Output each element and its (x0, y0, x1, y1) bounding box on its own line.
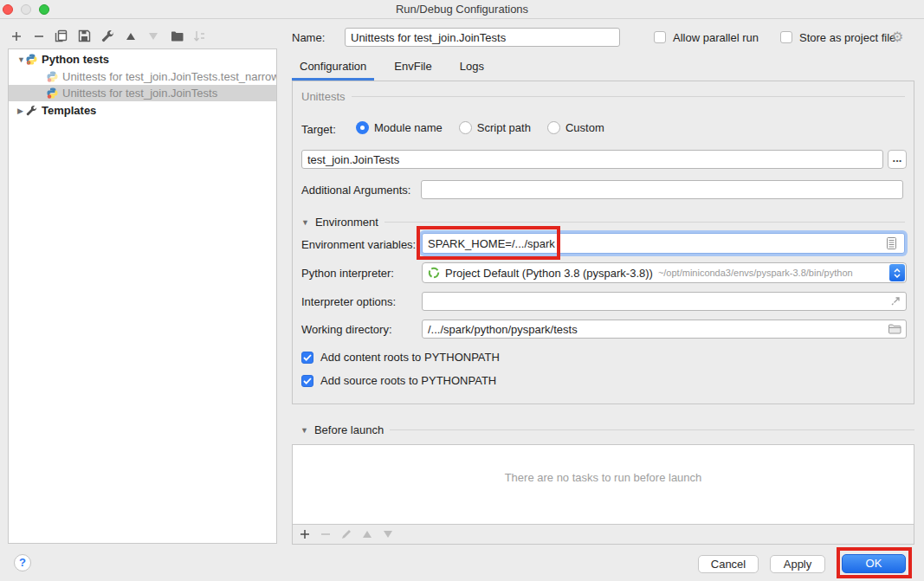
python-test-icon (47, 71, 58, 82)
python-interpreter-select[interactable]: Project Default (Python 3.8 (pyspark-3.8… (422, 262, 907, 283)
tree-item-label: Python tests (42, 53, 109, 66)
apply-button[interactable]: Apply (770, 555, 825, 573)
before-launch-toolbar (293, 524, 914, 544)
move-down-icon (145, 29, 160, 43)
python-interpreter-value: Project Default (Python 3.8 (pyspark-3.8… (445, 267, 653, 280)
tab-logs[interactable]: Logs (452, 60, 492, 81)
source-roots-label: Add source roots to PYTHONPATH (320, 374, 496, 387)
content-roots-row[interactable]: Add content roots to PYTHONPATH (301, 351, 500, 364)
working-directory-label: Working directory: (301, 323, 392, 336)
source-roots-row[interactable]: Add source roots to PYTHONPATH (301, 374, 496, 387)
browse-variables-icon[interactable] (887, 237, 896, 249)
unittests-section-title: Unittests (301, 90, 346, 103)
before-launch-list: There are no tasks to run before launch (292, 444, 914, 545)
help-button[interactable]: ? (14, 554, 31, 571)
folder-icon[interactable] (888, 324, 901, 334)
additional-arguments-input[interactable] (421, 180, 903, 199)
title-bar: Run/Debug Configurations (0, 0, 924, 19)
before-launch-title: Before launch (314, 423, 384, 436)
store-as-project-file-label: Store as project file (799, 31, 895, 44)
interpreter-options-label: Interpreter options: (301, 295, 396, 308)
edit-templates-icon[interactable] (100, 29, 115, 43)
radio-selected-icon[interactable] (356, 121, 369, 134)
copy-configuration-icon[interactable] (54, 29, 68, 43)
collapse-triangle-icon[interactable]: ▼ (301, 218, 309, 227)
environment-section-header[interactable]: ▼ Environment (301, 216, 905, 229)
radio-custom[interactable]: Custom (547, 121, 604, 134)
tree-item-label: Unittests for test_join.JoinTests.test_n… (62, 70, 276, 83)
working-directory-input[interactable] (422, 320, 907, 339)
allow-parallel-run-label: Allow parallel run (673, 31, 759, 44)
store-as-project-file-checkbox[interactable] (780, 31, 792, 43)
name-label: Name: (292, 31, 325, 44)
move-task-down-icon (382, 531, 394, 538)
tree-item-label: Templates (42, 104, 96, 117)
tab-envfile[interactable]: EnvFile (386, 60, 439, 81)
edit-task-icon (340, 529, 352, 539)
content-roots-checkbox[interactable] (301, 352, 313, 364)
templates-wrench-icon (26, 105, 37, 116)
window-title: Run/Debug Configurations (0, 3, 924, 16)
target-input[interactable] (301, 150, 883, 169)
expand-field-icon[interactable] (890, 296, 901, 307)
target-label: Target: (301, 123, 336, 136)
gear-icon[interactable]: ⚙ (891, 30, 903, 44)
tree-item-label: Unittests for test_join.JoinTests (62, 87, 217, 100)
radio-icon[interactable] (547, 121, 560, 134)
interpreter-options-input[interactable] (422, 292, 907, 311)
dropdown-stepper-icon[interactable] (889, 264, 905, 281)
move-task-up-icon (361, 531, 373, 538)
conda-env-icon (428, 267, 440, 279)
python-interpreter-path: ~/opt/miniconda3/envs/pyspark-3.8/bin/py… (658, 268, 853, 278)
tree-item-templates[interactable]: ▶ Templates (9, 102, 276, 119)
add-task-icon[interactable] (299, 529, 311, 539)
tree-item-unittests-jointests[interactable]: Unittests for test_join.JoinTests (9, 85, 276, 101)
save-configuration-icon[interactable] (77, 29, 92, 43)
environment-variables-input[interactable] (422, 233, 905, 254)
chevron-right-icon[interactable]: ▶ (17, 107, 26, 115)
config-tabs: Configuration EnvFile Logs (292, 55, 492, 81)
browse-button[interactable]: ... (888, 150, 907, 169)
sort-alphabetically-icon (192, 29, 207, 43)
additional-arguments-label: Additional Arguments: (301, 184, 410, 197)
tree-item-python-tests[interactable]: ▼ Python tests (9, 51, 276, 68)
move-up-icon[interactable] (123, 29, 138, 43)
python-tests-icon (26, 54, 37, 65)
radio-label: Module name (374, 121, 443, 134)
radio-module-name[interactable]: Module name (356, 121, 443, 134)
environment-variables-label: Environment variables: (301, 238, 416, 251)
chevron-down-icon[interactable]: ▼ (17, 55, 26, 64)
configurations-tree: ▼ Python tests Unittests for test_join.J… (8, 48, 277, 544)
allow-parallel-run-checkbox[interactable] (654, 31, 666, 43)
tab-configuration[interactable]: Configuration (292, 60, 374, 81)
remove-task-icon (320, 529, 332, 539)
tree-item-unittests-test-narrow[interactable]: Unittests for test_join.JoinTests.test_n… (9, 68, 276, 85)
python-interpreter-label: Python interpreter: (301, 267, 394, 280)
environment-section-title: Environment (315, 216, 378, 229)
name-input[interactable] (345, 28, 620, 47)
radio-label: Script path (477, 121, 531, 134)
ok-button[interactable]: OK (842, 554, 906, 573)
cancel-button[interactable]: Cancel (698, 555, 759, 573)
radio-script-path[interactable]: Script path (459, 121, 531, 134)
configuration-form: Unittests Target: Module name Script pat… (292, 81, 914, 404)
before-launch-empty-text: There are no tasks to run before launch (293, 471, 914, 484)
unittests-section-header: Unittests (301, 90, 905, 103)
target-radio-group: Module name Script path Custom (356, 121, 615, 134)
before-launch-header[interactable]: ▼ Before launch (300, 423, 914, 436)
radio-label: Custom (565, 121, 604, 134)
source-roots-checkbox[interactable] (301, 375, 313, 387)
new-folder-icon[interactable] (170, 29, 184, 43)
content-roots-label: Add content roots to PYTHONPATH (320, 351, 500, 364)
add-configuration-icon[interactable] (9, 29, 23, 43)
python-test-icon (47, 87, 58, 99)
radio-icon[interactable] (459, 121, 472, 134)
collapse-triangle-icon[interactable]: ▼ (300, 426, 308, 435)
remove-configuration-icon[interactable] (31, 29, 46, 43)
